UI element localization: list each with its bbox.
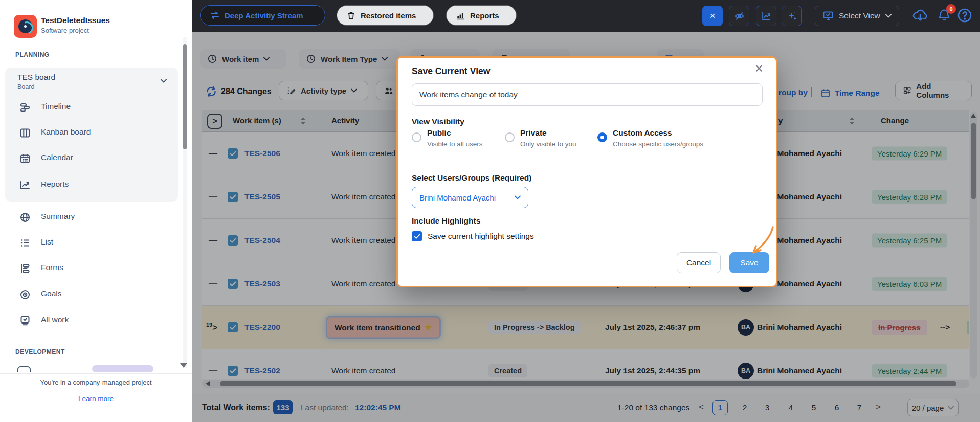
swap-arrows-icon — [210, 10, 220, 20]
checkbox-label: Save current highlight settings — [428, 232, 534, 241]
radio-public-label: Public — [427, 128, 451, 138]
board-group: TES board Board Timeline Kanban board Ca… — [5, 68, 178, 202]
partial-item-icon — [17, 366, 31, 372]
forms-icon — [19, 263, 31, 274]
include-highlights-label: Include Highlights — [412, 216, 480, 226]
sparkles-icon — [787, 11, 797, 21]
bar-chart-icon — [456, 11, 465, 20]
radio-custom-label: Custom Access — [613, 128, 672, 138]
chevron-down-icon[interactable] — [160, 77, 168, 85]
sidebar-item-list[interactable]: List — [5, 232, 178, 254]
sidebar-item-label: List — [41, 237, 53, 247]
cloud-download-button[interactable] — [911, 7, 929, 25]
deep-activity-stream-button[interactable]: Deep Activitiy Stream — [200, 5, 325, 26]
button-label: Deep Activitiy Stream — [225, 11, 303, 20]
chevron-down-icon — [515, 195, 521, 199]
calendar-icon — [19, 153, 31, 164]
sidebar-item-calendar[interactable]: Calendar — [5, 147, 178, 170]
radio-private[interactable] — [505, 132, 515, 142]
scroll-down-arrow-icon[interactable] — [180, 363, 187, 368]
highlight-settings-checkbox[interactable] — [412, 231, 422, 241]
select-view-dropdown[interactable]: Select View — [815, 6, 899, 26]
cancel-button[interactable]: Cancel — [677, 252, 721, 273]
close-icon[interactable]: × — [755, 61, 763, 77]
sidebar-item-goals[interactable]: Goals — [5, 283, 178, 306]
sidebar-item-label: Reports — [41, 180, 69, 189]
users-groups-value: Brini Mohamed Ayachi — [419, 193, 496, 202]
sidebar-item-label: Forms — [41, 263, 63, 272]
button-label: Reports — [470, 11, 499, 20]
save-label: Save — [740, 258, 758, 268]
visibility-label: View Visibility — [412, 117, 464, 126]
users-groups-dropdown[interactable]: Brini Mohamed Ayachi — [412, 187, 528, 208]
sidebar: TestDeletedIssues Software project PLANN… — [0, 0, 192, 422]
select-view-label: Select View — [839, 11, 880, 20]
chevron-down-icon — [885, 14, 892, 18]
sidebar-scrollbar-thumb[interactable] — [183, 44, 187, 149]
sidebar-item-label: All work — [41, 315, 69, 324]
sidebar-item-label: Calendar — [41, 153, 73, 162]
radio-public-desc: Visible to all users — [427, 140, 483, 148]
radio-private-desc: Only visible to you — [520, 140, 576, 148]
sidebar-item-kanban[interactable]: Kanban board — [5, 122, 178, 144]
trash-icon — [346, 11, 356, 20]
project-type: Software project — [41, 27, 89, 34]
close-panel-button[interactable]: × — [702, 6, 723, 26]
project-name: TestDeletedIssues — [41, 16, 110, 25]
modal-title: Save Current View — [412, 66, 490, 77]
sidebar-item-label: Goals — [41, 289, 62, 298]
section-development: DEVELOPMENT — [15, 348, 65, 356]
main-area: Deep Activitiy Stream Restored items Rep… — [192, 0, 980, 422]
ai-sparkles-button[interactable] — [782, 6, 802, 26]
reports-button[interactable]: Reports — [446, 5, 517, 26]
sidebar-item-label: Timeline — [41, 102, 71, 111]
board-subtitle: Board — [17, 83, 34, 91]
notifications-button[interactable]: 0 — [937, 7, 952, 25]
section-planning: PLANNING — [15, 51, 50, 58]
all-work-icon — [19, 315, 31, 326]
sidebar-item-reports[interactable]: Reports — [5, 174, 178, 196]
notification-badge: 0 — [946, 4, 956, 14]
monitor-check-icon — [822, 11, 834, 21]
kanban-icon — [19, 127, 31, 139]
reports-icon — [19, 180, 31, 191]
eye-off-icon — [734, 11, 745, 21]
managed-project-note: You're in a company-managed project — [0, 379, 192, 386]
button-label: Restored items — [361, 11, 416, 20]
radio-custom-desc: Choose specific users/groups — [613, 140, 703, 148]
save-view-modal: Save Current View × View Visibility Publ… — [396, 56, 777, 287]
sidebar-item-summary[interactable]: Summary — [5, 206, 178, 229]
trend-line-icon — [761, 11, 772, 21]
sidebar-item-label: Kanban board — [41, 127, 91, 137]
globe-icon — [19, 212, 31, 223]
trend-chart-button[interactable] — [756, 6, 776, 26]
target-icon — [19, 289, 31, 300]
view-name-input[interactable] — [412, 83, 763, 106]
project-logo — [14, 15, 37, 38]
sidebar-divider — [0, 373, 192, 374]
radio-public[interactable] — [412, 132, 421, 142]
annotation-arrow — [747, 223, 780, 259]
hide-button[interactable] — [729, 6, 749, 26]
sidebar-item-timeline[interactable]: Timeline — [5, 96, 178, 119]
close-icon: × — [709, 10, 715, 21]
learn-more-link[interactable]: Learn more — [0, 395, 192, 403]
vinyl-disc-icon — [18, 19, 32, 33]
partial-item-badge — [92, 365, 153, 372]
sidebar-item-all-work[interactable]: All work — [5, 309, 178, 332]
sidebar-item-label: Summary — [41, 212, 75, 221]
list-icon — [19, 237, 31, 249]
sidebar-item-forms[interactable]: Forms — [5, 257, 178, 280]
radio-custom-access[interactable] — [597, 132, 607, 142]
users-groups-label: Select Users/Groups (Required) — [412, 173, 531, 183]
board-name[interactable]: TES board — [17, 73, 55, 82]
help-button[interactable] — [956, 7, 974, 25]
restored-items-button[interactable]: Restored items — [337, 5, 434, 26]
radio-private-label: Private — [520, 128, 547, 138]
cancel-label: Cancel — [686, 258, 711, 268]
timeline-icon — [19, 102, 31, 113]
